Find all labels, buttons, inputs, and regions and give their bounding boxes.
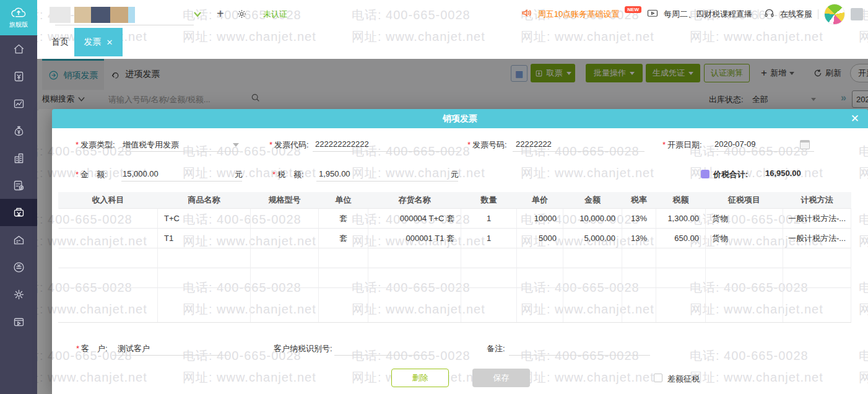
sidebar-item-reports[interactable] (0, 90, 37, 117)
table-cell (58, 248, 158, 268)
avatar[interactable] (824, 4, 845, 25)
redacted-account-name (50, 7, 135, 23)
table-cell (368, 287, 461, 322)
table-cell: 货物 (706, 208, 783, 228)
divider (818, 9, 818, 19)
invoice-date-label: 开票日期: (667, 140, 702, 149)
sidebar-item-billing[interactable] (0, 63, 37, 90)
diff-tax-checkbox[interactable] (654, 374, 662, 382)
invoice-type-label: 发票类型: (80, 140, 115, 149)
table-header-cell: 单位 (319, 192, 368, 208)
invoice-printer-icon (12, 206, 25, 219)
close-tab-icon[interactable]: ✕ (106, 38, 113, 47)
table-cell: T1 (158, 228, 251, 248)
diff-tax-label: 差额征税 (667, 374, 700, 385)
table-cell (517, 268, 563, 287)
chevron-down-icon[interactable] (193, 0, 202, 28)
table-row[interactable] (58, 268, 851, 287)
invoice-no-label: 发票号码: (472, 140, 507, 149)
invoice-type-select[interactable]: 增值税专用发票 (123, 139, 179, 151)
verify-status[interactable]: 未认证 (263, 0, 287, 28)
table-cell (706, 268, 783, 287)
table-cell (461, 268, 517, 287)
live-course-link[interactable]: 每周二、四财税课程直播 (664, 9, 752, 20)
sales-invoice-dialog: 销项发票 ✕ 电话: 400-665-0028网址: www.chanjet.n… (52, 109, 868, 394)
invoice-items-table: 收入科目商品名称规格型号单位存货名称数量单价金额税率税额征税项目计税方法T+C套… (58, 192, 851, 323)
tab-bar: 首页 发票 ✕ (37, 28, 868, 59)
announcement-link[interactable]: 周五10点账务基础设置 (538, 9, 619, 20)
sidebar-item-home[interactable] (0, 35, 37, 63)
table-cell (783, 287, 851, 322)
table-cell (319, 248, 368, 268)
table-cell: 1,300.00 (656, 208, 706, 228)
tab-home[interactable]: 首页 (45, 28, 75, 56)
invoice-no-input[interactable]: 22222222 (516, 139, 552, 149)
online-service-link[interactable]: 在线客服 (780, 9, 812, 20)
tab-invoice[interactable]: 发票 ✕ (74, 28, 123, 56)
sidebar-item-settings[interactable] (0, 281, 37, 308)
tax-input[interactable]: 1,950.00 (319, 169, 350, 178)
table-cell (251, 287, 319, 322)
app-switcher-icon[interactable] (851, 8, 863, 20)
table-cell (58, 268, 158, 287)
close-icon[interactable]: ✕ (851, 112, 859, 125)
sidebar-item-funds[interactable] (0, 117, 37, 144)
save-button[interactable]: 保存 (472, 369, 530, 387)
select-caret-icon[interactable] (233, 143, 239, 147)
table-cell (368, 248, 461, 268)
table-cell: 套 (319, 208, 368, 228)
invoice-code-input[interactable]: 222222222222 (315, 139, 369, 149)
delete-button[interactable]: 删除 (391, 369, 449, 387)
table-cell: 5,000.00 (563, 228, 622, 248)
customer-input[interactable]: 测试客户 (118, 343, 150, 354)
tv-icon (647, 8, 658, 20)
table-row[interactable]: T+C套000004 T+C 套11000010,000.0013%1,300.… (58, 208, 851, 228)
sidebar-item-inventory[interactable] (0, 226, 37, 253)
sidebar-item-vouchers[interactable] (0, 172, 37, 199)
table-header-row: 收入科目商品名称规格型号单位存货名称数量单价金额税率税额征税项目计税方法 (58, 192, 851, 208)
remark-label: 备注: (487, 343, 505, 354)
dialog-body: 电话: 400-665-0028网址: www.chanjet.net电话: 4… (52, 128, 868, 394)
table-cell (158, 268, 251, 287)
headset-icon (764, 8, 775, 20)
table-header-cell: 征税项目 (706, 192, 783, 208)
table-cell: 10,000.00 (563, 208, 622, 228)
required-marker: * (76, 140, 79, 149)
calendar-icon[interactable] (800, 140, 810, 149)
table-cell (461, 287, 517, 322)
table-cell: T+C (158, 208, 251, 228)
amount-input[interactable]: 15,000.00 (123, 169, 158, 178)
table-cell (158, 287, 251, 322)
table-row[interactable]: T1套000001 T1 套150005,000.0013%650.00货物一般… (58, 228, 851, 248)
gear-icon[interactable] (237, 0, 247, 28)
table-cell (461, 248, 517, 268)
home-icon (12, 43, 25, 56)
table-row[interactable] (58, 287, 851, 322)
table-row[interactable] (58, 248, 851, 268)
table-header-cell: 商品名称 (158, 192, 251, 208)
table-cell: 1 (461, 228, 517, 248)
table-cell (622, 248, 656, 268)
warehouse-icon (12, 234, 25, 247)
billing-icon (12, 70, 25, 83)
table-cell: 1 (461, 208, 517, 228)
table-cell (656, 287, 706, 322)
sidebar-item-tutorials[interactable] (0, 308, 37, 335)
sidebar-item-invoices[interactable] (0, 199, 37, 226)
table-cell (58, 228, 158, 248)
table-cell: 10000 (517, 208, 563, 228)
table-cell (656, 248, 706, 268)
table-cell (251, 268, 319, 287)
money-bag-icon (12, 125, 25, 138)
table-header-cell: 计税方法 (783, 192, 851, 208)
sidebar-item-enterprise[interactable] (0, 144, 37, 172)
invoice-date-input[interactable]: 2020-07-09 (714, 139, 756, 149)
dialog-title: 销项发票 (443, 113, 477, 125)
table-cell (563, 287, 622, 322)
add-tab-icon[interactable]: + (217, 0, 224, 28)
table-cell (58, 208, 158, 228)
sidebar-item-tax[interactable] (0, 253, 37, 281)
customer-label: 客 户: (81, 344, 108, 353)
account-underline (55, 25, 194, 25)
table-cell (58, 287, 158, 322)
